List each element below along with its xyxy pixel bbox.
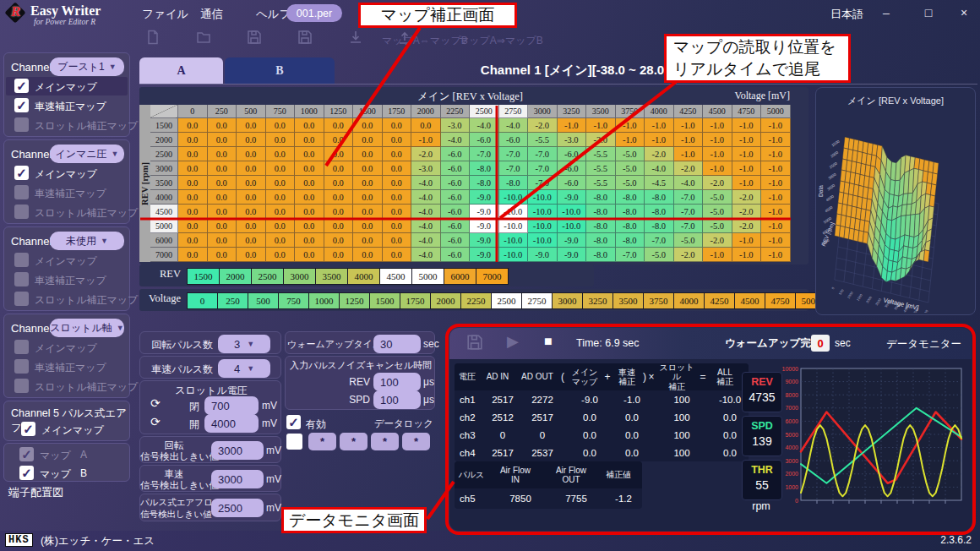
map-cell[interactable]: -6.0 bbox=[441, 190, 471, 205]
map-cell[interactable]: -2.0 bbox=[586, 133, 616, 147]
record-save-icon[interactable] bbox=[466, 334, 483, 353]
map-cell[interactable]: 0.0 bbox=[208, 133, 237, 147]
map-cell[interactable]: -1.0 bbox=[616, 118, 645, 133]
map-cell[interactable]: -3.0 bbox=[411, 161, 441, 176]
map-cell[interactable]: -5.0 bbox=[703, 205, 732, 219]
map-cell[interactable]: -2.0 bbox=[411, 147, 441, 161]
voltage-legend-item[interactable]: 1000 bbox=[308, 292, 340, 309]
map-cell[interactable]: -1.0 bbox=[703, 248, 732, 262]
map-cell[interactable]: 0.0 bbox=[383, 205, 412, 219]
map-cell[interactable]: -2.0 bbox=[732, 190, 762, 205]
map-cell[interactable]: -7.0 bbox=[674, 219, 704, 233]
map-cell[interactable]: 0.0 bbox=[324, 133, 354, 147]
map-cell[interactable]: -5.0 bbox=[616, 161, 645, 176]
rev-row-header[interactable]: 5000 bbox=[150, 219, 178, 233]
map-cell[interactable]: 0.0 bbox=[353, 118, 383, 133]
map-cell[interactable]: -5.0 bbox=[645, 248, 674, 262]
voltage-column-header[interactable]: 3000 bbox=[528, 105, 558, 118]
lock-checkbox[interactable] bbox=[286, 434, 302, 450]
map-cell[interactable]: -9.0 bbox=[528, 248, 558, 262]
map-cell[interactable]: -1.0 bbox=[761, 176, 791, 190]
map-cell[interactable]: 0.0 bbox=[324, 219, 354, 233]
voltage-column-header[interactable]: 4500 bbox=[703, 105, 732, 118]
map-cell[interactable]: -1.0 bbox=[761, 118, 791, 133]
map-cell[interactable]: -10.0 bbox=[499, 233, 529, 248]
map-cell[interactable]: -1.0 bbox=[732, 161, 762, 176]
voltage-legend-item[interactable]: 500 bbox=[248, 292, 279, 309]
map-cell[interactable]: 0.0 bbox=[178, 147, 208, 161]
map-cell[interactable]: 0.0 bbox=[324, 118, 354, 133]
map-cell[interactable]: -1.0 bbox=[645, 118, 674, 133]
map-cell[interactable]: -5.5 bbox=[586, 161, 616, 176]
map-cell[interactable]: 0.0 bbox=[295, 176, 324, 190]
map-cell[interactable]: -4.0 bbox=[411, 248, 441, 262]
map-cell[interactable]: -8.0 bbox=[645, 190, 674, 205]
map-cell[interactable]: 0.0 bbox=[383, 147, 412, 161]
map-cell[interactable]: -1.0 bbox=[674, 147, 704, 161]
map-cell[interactable]: 0.0 bbox=[237, 190, 266, 205]
map-cell[interactable]: -5.0 bbox=[703, 190, 732, 205]
map-cell[interactable]: -9.0 bbox=[470, 233, 499, 248]
map-checkbox[interactable] bbox=[14, 359, 29, 374]
map-cell[interactable]: 0.0 bbox=[178, 118, 208, 133]
map-cell[interactable]: -10.0 bbox=[499, 248, 529, 262]
map-cell[interactable]: 0.0 bbox=[266, 190, 296, 205]
rev-legend-item[interactable]: 2000 bbox=[219, 268, 252, 285]
voltage-column-header[interactable]: 500 bbox=[237, 105, 266, 118]
map-cell[interactable]: 0.0 bbox=[266, 118, 296, 133]
map-cell[interactable]: -8.0 bbox=[499, 176, 529, 190]
map-cell[interactable]: -4.0 bbox=[499, 118, 529, 133]
map-cell[interactable]: -8.0 bbox=[470, 161, 499, 176]
map-cell[interactable]: -7.0 bbox=[528, 161, 558, 176]
terminal-layout-link[interactable]: 端子配置図 bbox=[8, 485, 63, 500]
open-folder-icon[interactable] bbox=[196, 30, 211, 47]
map-cell[interactable]: 0.0 bbox=[208, 147, 237, 161]
voltage-legend-item[interactable]: 2250 bbox=[460, 292, 492, 309]
map-a-swap-b-button[interactable]: マップA⇔マップB bbox=[382, 34, 468, 48]
rev-row-header[interactable]: 2000 bbox=[150, 133, 178, 147]
voltage-column-header[interactable]: 1250 bbox=[324, 105, 354, 118]
map-cell[interactable]: -6.0 bbox=[441, 147, 471, 161]
map-cell[interactable]: 0.0 bbox=[383, 118, 412, 133]
map-cell[interactable]: 0.0 bbox=[208, 233, 237, 248]
map-cell[interactable]: -6.0 bbox=[470, 133, 499, 147]
voltage-legend-item[interactable]: 1500 bbox=[369, 292, 400, 309]
map-checkbox[interactable] bbox=[14, 292, 29, 306]
map-cell[interactable]: -10.0 bbox=[499, 219, 529, 233]
map-cell[interactable]: 0.0 bbox=[237, 118, 266, 133]
map-cell[interactable]: -10.0 bbox=[558, 219, 587, 233]
voltage-column-header[interactable]: 4250 bbox=[674, 105, 704, 118]
map-checkbox[interactable] bbox=[14, 205, 29, 219]
map-cell[interactable]: -1.0 bbox=[761, 190, 791, 205]
map-cell[interactable]: -1.0 bbox=[674, 133, 704, 147]
map-cell[interactable]: -2.0 bbox=[703, 233, 732, 248]
rev-row-header[interactable]: 4500 bbox=[150, 205, 178, 219]
map-cell[interactable]: -3.0 bbox=[558, 133, 587, 147]
map-cell[interactable]: -6.0 bbox=[441, 176, 471, 190]
map-cell[interactable]: 0.0 bbox=[383, 161, 412, 176]
map-cell[interactable]: 0.0 bbox=[324, 190, 354, 205]
voltage-legend-item[interactable]: 1250 bbox=[339, 292, 370, 309]
rev-row-header[interactable]: 1500 bbox=[150, 118, 178, 133]
map-a-copy-b-button[interactable]: マップA⇒マップB bbox=[459, 34, 543, 48]
map-checkbox[interactable]: ✓ bbox=[14, 166, 29, 180]
map-cell[interactable]: -1.0 bbox=[732, 118, 762, 133]
map-cell[interactable]: -9.0 bbox=[558, 233, 587, 248]
map-cell[interactable]: -7.0 bbox=[674, 205, 704, 219]
map-cell[interactable]: -10.0 bbox=[528, 219, 558, 233]
map-cell[interactable]: 0.0 bbox=[178, 233, 208, 248]
voltage-column-header[interactable]: 3500 bbox=[586, 105, 616, 118]
map-cell[interactable]: -5.5 bbox=[586, 147, 616, 161]
map-cell[interactable]: 0.0 bbox=[178, 161, 208, 176]
map-cell[interactable]: 0.0 bbox=[353, 176, 383, 190]
map-cell[interactable]: -1.0 bbox=[674, 118, 704, 133]
speed-threshold-input[interactable]: 3000 bbox=[211, 470, 264, 488]
voltage-column-header[interactable]: 2000 bbox=[411, 105, 441, 118]
lock-digit-button[interactable]: * bbox=[371, 433, 399, 450]
map-cell[interactable]: -4.0 bbox=[441, 133, 471, 147]
map-checkbox[interactable]: ✓ bbox=[14, 98, 29, 112]
map-cell[interactable]: -10.0 bbox=[528, 233, 558, 248]
menu-file[interactable]: ファイル bbox=[142, 7, 188, 22]
map-cell[interactable]: -5.0 bbox=[616, 176, 645, 190]
map-cell[interactable]: 0.0 bbox=[266, 133, 296, 147]
